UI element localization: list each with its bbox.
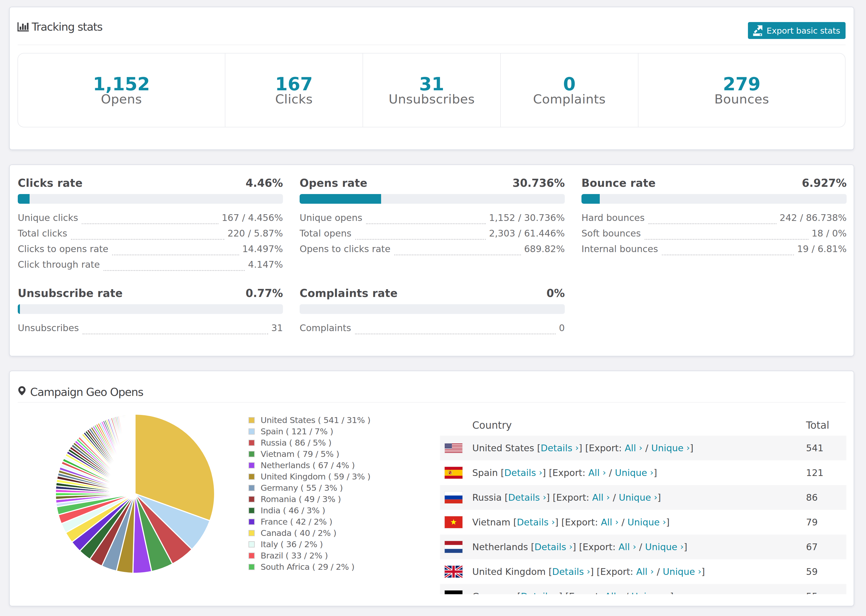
export-all-link[interactable]: All ›	[592, 492, 610, 503]
legend-item[interactable]: Vietnam ( 79 / 5% )	[249, 448, 370, 460]
export-all-link[interactable]: All ›	[601, 517, 619, 528]
legend-item[interactable]: Canada ( 40 / 2% )	[249, 527, 370, 539]
slash: /	[609, 467, 612, 478]
details-link[interactable]: Details ›	[504, 467, 542, 478]
bracket: ]	[559, 591, 562, 594]
legend-label: United Kingdom ( 59 / 3% )	[261, 472, 370, 481]
legend-item[interactable]: France ( 42 / 2% )	[249, 516, 370, 527]
es-flag-image	[444, 467, 463, 479]
rate-progress-track	[299, 304, 565, 314]
dotted-leader	[112, 255, 239, 255]
legend-item[interactable]: United Kingdom ( 59 / 3% )	[249, 471, 370, 482]
legend-label: Germany ( 55 / 3% )	[261, 483, 343, 493]
details-link[interactable]: Details ›	[540, 443, 578, 453]
export-all-link[interactable]: All ›	[636, 566, 654, 577]
rate-row-value: 4.147%	[248, 259, 283, 270]
rate-row-label: Soft bounces	[581, 228, 641, 239]
export-unique-link[interactable]: Unique ›	[631, 591, 670, 594]
legend-swatch	[249, 440, 255, 446]
rate-value: 4.46%	[246, 177, 283, 189]
details-link[interactable]: Details ›	[552, 566, 590, 577]
export-all-link[interactable]: All ›	[625, 443, 642, 453]
chevron-right-icon: ›	[539, 467, 542, 478]
rate-progress-fill	[581, 194, 600, 204]
export-label: Export:	[600, 566, 636, 577]
legend-swatch	[249, 564, 255, 570]
pie-legend: United States ( 541 / 31% ) Spain ( 121 …	[249, 415, 370, 572]
chevron-right-icon: ›	[639, 443, 642, 453]
export-unique-link[interactable]: Unique ›	[615, 467, 653, 478]
export-all-link[interactable]: All ›	[588, 467, 606, 478]
legend-swatch	[249, 485, 255, 491]
stat-clicks: 167 Clicks	[225, 53, 363, 127]
chevron-right-icon: ›	[587, 566, 590, 577]
export-basic-stats-button[interactable]: Export basic stats	[748, 22, 846, 39]
legend-item[interactable]: India ( 46 / 3% )	[249, 505, 370, 516]
legend-item[interactable]: Germany ( 55 / 3% )	[249, 482, 370, 493]
dotted-leader	[82, 223, 218, 224]
bracket: [	[553, 492, 556, 503]
export-all-link[interactable]: All ›	[619, 542, 636, 552]
export-all-link[interactable]: All ›	[605, 591, 623, 594]
legend-item[interactable]: Brazil ( 33 / 2% )	[249, 550, 370, 561]
country-flag-cell	[440, 534, 472, 559]
rate-row-value: 0	[559, 322, 565, 333]
legend-item[interactable]: Russia ( 86 / 5% )	[249, 437, 370, 448]
country-total: 79	[806, 510, 846, 534]
chevron-right-icon: ›	[555, 591, 559, 594]
geo-table-row: Netherlands [Details ›] [Export: All › /…	[440, 534, 846, 559]
bracket: [	[537, 443, 540, 453]
pie-slice-other-70[interactable]	[135, 414, 135, 494]
export-unique-link[interactable]: Unique ›	[619, 492, 658, 503]
legend-item[interactable]: Romania ( 49 / 3% )	[249, 493, 370, 505]
chevron-right-icon: ›	[575, 443, 579, 453]
legend-item[interactable]: United States ( 541 / 31% )	[249, 415, 370, 426]
geo-table-row: Russia [Details ›] [Export: All › / Uniq…	[440, 485, 846, 510]
legend-swatch	[249, 451, 255, 457]
rate-row: Total opens 2,303 / 61.446%	[299, 228, 565, 244]
country-total: 541	[806, 436, 846, 460]
details-link[interactable]: Details ›	[521, 591, 559, 594]
rate-row-label: Internal bounces	[581, 244, 658, 254]
legend-swatch	[249, 428, 255, 435]
export-unique-link[interactable]: Unique ›	[663, 566, 701, 577]
rate-row-label: Complaints	[299, 322, 351, 333]
rate-section: Opens rate 30.736% Unique opens 1,152 / …	[299, 177, 565, 287]
slash: /	[622, 517, 625, 528]
dotted-leader	[71, 239, 224, 240]
rate-progress-track	[581, 194, 847, 204]
rate-row: Total clicks 220 / 5.87%	[18, 228, 283, 244]
export-unique-link[interactable]: Unique ›	[627, 517, 666, 528]
legend-label: Netherlands ( 67 / 4% )	[261, 460, 355, 470]
rate-row-label: Click through rate	[18, 259, 100, 270]
legend-item[interactable]: Italy ( 36 / 2% )	[249, 539, 370, 550]
export-label: Export:	[569, 591, 605, 594]
rate-title: Clicks rate	[18, 177, 83, 189]
slash: /	[612, 492, 616, 503]
bracket: ]	[653, 467, 657, 478]
bracket: [	[579, 542, 583, 552]
export-label: Export:	[565, 517, 601, 528]
geo-header-divider	[18, 402, 846, 402]
legend-label: Vietnam ( 79 / 5% )	[261, 449, 339, 459]
rate-title: Bounce rate	[581, 177, 656, 189]
details-link[interactable]: Details ›	[508, 492, 546, 503]
legend-label: Canada ( 40 / 2% )	[261, 528, 337, 538]
legend-item[interactable]: South Africa ( 29 / 2% )	[249, 561, 370, 572]
rate-title: Unsubscribe rate	[18, 287, 123, 299]
legend-item[interactable]: Spain ( 121 / 7% )	[249, 426, 370, 437]
details-link[interactable]: Details ›	[534, 542, 572, 552]
geo-table: Country Total United States [Details ›] …	[440, 415, 846, 594]
export-unique-link[interactable]: Unique ›	[651, 443, 690, 453]
details-link[interactable]: Details ›	[517, 517, 555, 528]
bracket: ]	[684, 542, 687, 552]
rate-value: 0.77%	[246, 287, 283, 299]
rate-progress-fill	[18, 194, 30, 204]
country-name: Russia	[472, 492, 505, 503]
rate-value: 30.736%	[513, 177, 565, 189]
export-unique-link[interactable]: Unique ›	[645, 542, 684, 552]
export-label: Export:	[553, 467, 589, 478]
bracket: ]	[666, 517, 670, 528]
de-flag-image	[444, 590, 463, 594]
legend-item[interactable]: Netherlands ( 67 / 4% )	[249, 460, 370, 471]
